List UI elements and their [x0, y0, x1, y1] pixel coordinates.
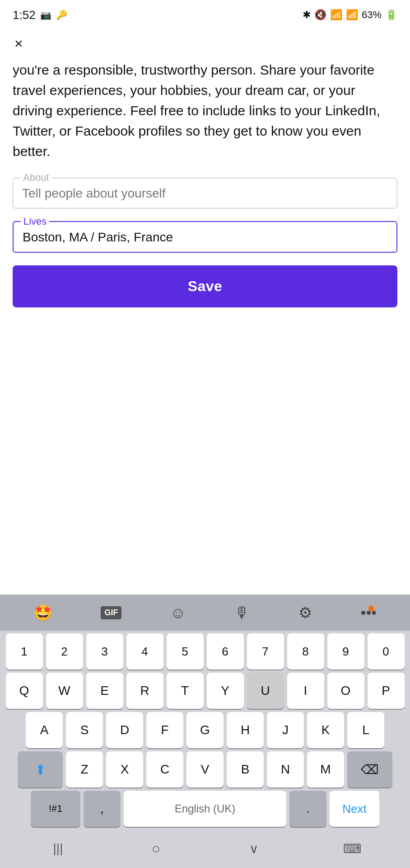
key-6[interactable]: 6	[207, 633, 244, 670]
main-content: you're a responsible, trustworthy person…	[0, 60, 410, 320]
about-label: About	[20, 172, 52, 184]
sticker-icon: 🤩	[33, 604, 52, 622]
mute-icon: 🔇	[314, 9, 326, 21]
key-7[interactable]: 7	[247, 633, 284, 670]
key-z[interactable]: Z	[66, 751, 103, 788]
bluetooth-icon: ✱	[303, 9, 311, 21]
key-s[interactable]: S	[66, 712, 103, 748]
key-c[interactable]: C	[146, 751, 183, 788]
lives-field-wrapper: Lives	[13, 221, 397, 253]
key-4[interactable]: 4	[126, 633, 163, 670]
close-button[interactable]: ×	[13, 34, 25, 52]
settings-icon: ⚙	[298, 604, 312, 622]
qwerty-row: Q W E R T Y U I O P	[2, 673, 408, 709]
key-b[interactable]: B	[227, 751, 264, 788]
bottom-row: !#1 , English (UK) . Next	[2, 791, 408, 827]
keyboard-nav-button[interactable]: ⌨	[339, 839, 366, 859]
emoji-icon: ☺	[170, 604, 186, 622]
close-bar: ×	[0, 27, 410, 60]
gif-button[interactable]: GIF	[97, 603, 125, 623]
key-j[interactable]: J	[267, 712, 304, 748]
key-2[interactable]: 2	[46, 633, 83, 670]
key-i[interactable]: I	[287, 673, 324, 709]
home-nav-icon: ○	[152, 840, 160, 857]
lives-field-group: Lives	[13, 221, 397, 253]
key-e[interactable]: E	[86, 673, 123, 709]
notification-dot	[368, 606, 374, 611]
keyboard-area: 🤩 GIF ☺ 🎙 ⚙ ••• 1 2 3 4 5 6 7 8	[0, 594, 410, 868]
shift-icon: ⬆	[35, 762, 46, 778]
wifi-icon: 📶	[330, 9, 342, 21]
signal-icon: 📶	[346, 9, 358, 21]
back-nav-icon: |||	[53, 841, 63, 856]
key-p[interactable]: P	[368, 673, 405, 709]
key-v[interactable]: V	[186, 751, 224, 788]
key-a[interactable]: A	[26, 712, 63, 748]
key-9[interactable]: 9	[327, 633, 364, 670]
sticker-button[interactable]: 🤩	[30, 600, 56, 625]
bottom-nav: ||| ○ ∨ ⌨	[0, 832, 410, 868]
status-icons: ✱ 🔇 📶 📶 63% 🔋	[303, 9, 397, 21]
home-nav-button[interactable]: ○	[143, 839, 170, 859]
status-time: 1:52 📷 🔑	[13, 8, 67, 22]
recents-nav-icon: ∨	[249, 841, 259, 856]
period-key[interactable]: .	[289, 791, 326, 827]
save-button[interactable]: Save	[13, 265, 397, 307]
status-bar: 1:52 📷 🔑 ✱ 🔇 📶 📶 63% 🔋	[0, 0, 410, 27]
battery-icon: 🔋	[385, 9, 397, 21]
key-k[interactable]: K	[307, 712, 344, 748]
key-u[interactable]: U	[247, 673, 284, 709]
number-row: 1 2 3 4 5 6 7 8 9 0	[2, 633, 408, 670]
key-f[interactable]: F	[146, 712, 183, 748]
camera-icon: 📷	[40, 9, 51, 20]
key-0[interactable]: 0	[368, 633, 405, 670]
lives-label: Lives	[21, 216, 49, 227]
key-q[interactable]: Q	[6, 673, 43, 709]
keyboard-nav-icon: ⌨	[343, 841, 361, 856]
key-d[interactable]: D	[106, 712, 143, 748]
keyboard-keys: 1 2 3 4 5 6 7 8 9 0 Q W E R T Y U I O P …	[0, 631, 410, 832]
keyboard-toolbar: 🤩 GIF ☺ 🎙 ⚙ •••	[0, 594, 410, 631]
comma-key[interactable]: ,	[84, 791, 121, 827]
about-input[interactable]	[22, 186, 388, 201]
backspace-icon: ⌫	[361, 762, 379, 777]
key-l[interactable]: L	[347, 712, 384, 748]
lives-input[interactable]	[23, 230, 387, 245]
shift-key[interactable]: ⬆	[18, 751, 63, 788]
key-5[interactable]: 5	[167, 633, 204, 670]
key-t[interactable]: T	[167, 673, 204, 709]
key-icon: 🔑	[56, 9, 67, 20]
mic-icon: 🎙	[234, 604, 250, 622]
description-text: you're a responsible, trustworthy person…	[13, 60, 397, 161]
backspace-key[interactable]: ⌫	[347, 751, 392, 788]
key-3[interactable]: 3	[86, 633, 123, 670]
symbols-key[interactable]: !#1	[31, 791, 80, 827]
settings-button[interactable]: ⚙	[295, 600, 316, 625]
key-r[interactable]: R	[126, 673, 163, 709]
key-x[interactable]: X	[106, 751, 143, 788]
key-o[interactable]: O	[327, 673, 364, 709]
key-y[interactable]: Y	[207, 673, 244, 709]
key-h[interactable]: H	[227, 712, 264, 748]
recents-nav-button[interactable]: ∨	[241, 839, 268, 859]
mic-button[interactable]: 🎙	[231, 600, 253, 625]
asdf-row: A S D F G H J K L	[2, 712, 408, 748]
key-1[interactable]: 1	[6, 633, 43, 670]
key-m[interactable]: M	[307, 751, 344, 788]
about-field-wrapper: About	[13, 178, 397, 208]
emoji-button[interactable]: ☺	[167, 600, 190, 625]
zxcv-row: ⬆ Z X C V B N M ⌫	[2, 751, 408, 788]
key-w[interactable]: W	[46, 673, 83, 709]
key-8[interactable]: 8	[287, 633, 324, 670]
next-key[interactable]: Next	[330, 791, 379, 827]
more-button[interactable]: •••	[357, 600, 380, 625]
space-key[interactable]: English (UK)	[124, 791, 286, 827]
key-n[interactable]: N	[267, 751, 304, 788]
back-nav-button[interactable]: |||	[45, 839, 72, 859]
about-field-group: About	[13, 178, 397, 208]
key-g[interactable]: G	[186, 712, 224, 748]
gif-icon: GIF	[101, 606, 121, 619]
